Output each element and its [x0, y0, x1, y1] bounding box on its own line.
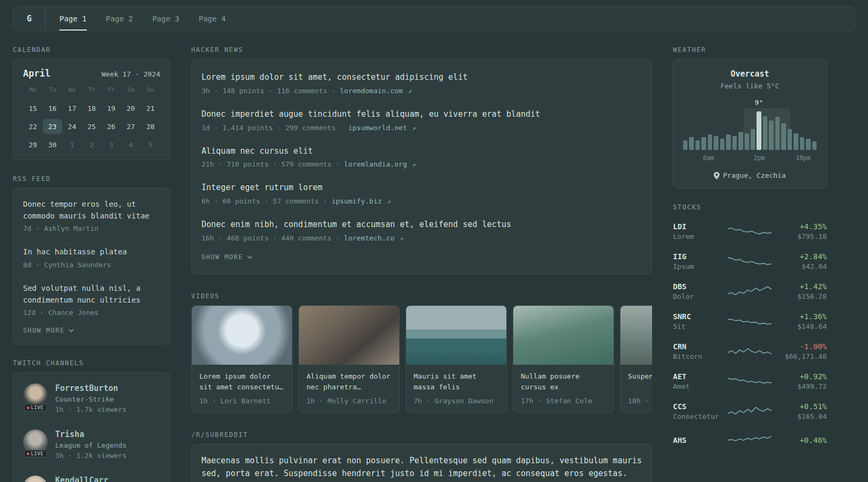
hn-show-more-button[interactable]: SHOW MORE — [201, 249, 252, 268]
weather-bars — [683, 111, 817, 150]
show-more-label: SHOW MORE — [201, 253, 243, 261]
stock-row[interactable]: AHS +0.46% — [673, 426, 827, 454]
external-link-icon: ↗ — [412, 124, 416, 132]
video-card[interactable]: Lorem ipsum dolor sit amet consectetu… 1… — [191, 305, 293, 413]
channel-name[interactable]: Trisha — [55, 430, 126, 439]
stock-row[interactable]: LDI Lorem +4.35% $795.18 — [673, 216, 827, 246]
stock-price: $156.28 — [775, 292, 827, 300]
hn-item-title[interactable]: Donec enim nibh, condimentum et accumsan… — [201, 219, 642, 231]
hn-item-domain-link[interactable]: ipsumworld.net — [348, 124, 407, 132]
stock-symbol: CCS — [673, 402, 724, 411]
rss-show-more-button[interactable]: SHOW MORE — [23, 323, 74, 341]
calendar-weekday-header: Mo Tu We Th Fr Sa Su — [23, 86, 160, 93]
hn-item-title[interactable]: Aliquam nec cursus elit — [201, 146, 642, 157]
calendar-date: 22 — [23, 119, 43, 134]
stock-row[interactable]: IIG Ipsum +2.84% $42.04 — [673, 246, 827, 276]
weather-widget: WEATHER Overcast Feels like 5°C 9° 6am 2… — [673, 46, 827, 189]
channel-meta: 1h · 1.7k viewers — [55, 405, 126, 413]
video-thumbnail[interactable] — [192, 306, 292, 365]
stock-price: $165.84 — [775, 412, 827, 420]
video-meta: 17h · Stefan Cole — [521, 397, 606, 405]
stock-row[interactable]: DBS Dolor +1.42% $156.28 — [673, 276, 827, 306]
calendar-date: 30 — [43, 137, 63, 152]
hn-item-domain-link[interactable]: loremdomain.com — [340, 87, 402, 95]
weather-condition: Overcast — [683, 69, 817, 79]
videos-row: Lorem ipsum dolor sit amet consectetu… 1… — [191, 305, 652, 413]
hn-item-title[interactable]: Integer eget rutrum lorem — [201, 182, 642, 194]
stock-sparkline — [728, 343, 772, 359]
calendar-month: April — [23, 68, 50, 79]
video-thumbnail[interactable] — [406, 306, 506, 365]
video-card[interactable]: Suspendis diam 18h · Tara — [620, 305, 652, 413]
current-temp-label: 9° — [755, 99, 764, 107]
rss-item-title[interactable]: Donec tempor eros leo, ut commodo mauris… — [23, 199, 160, 222]
stock-symbol: CRN — [673, 342, 724, 351]
hn-item-meta: 3h · 148 points · 116 comments · — [201, 87, 340, 95]
video-title[interactable]: Nullam posuere cursus ex — [521, 371, 606, 393]
top-nav-bar: G Page 1 Page 2 Page 3 Page 4 — [13, 6, 855, 31]
stock-change: +1.42% — [775, 282, 827, 291]
stock-symbol: DBS — [673, 282, 724, 291]
video-title[interactable]: Mauris sit amet massa felis — [414, 371, 499, 393]
video-thumbnail[interactable] — [299, 306, 399, 365]
tab-page-4[interactable]: Page 4 — [199, 7, 226, 31]
stock-row[interactable]: CCS Consectetur +0.51% $165.84 — [673, 396, 827, 426]
video-title[interactable]: Aliquam tempor dolor nec pharetra… — [306, 371, 392, 393]
external-link-icon: ↗ — [412, 161, 416, 168]
tab-page-2[interactable]: Page 2 — [106, 7, 133, 31]
app-logo[interactable]: G — [13, 7, 46, 31]
hacker-news-widget-title: HACKER NEWS — [191, 46, 652, 54]
time-label: 2pm — [754, 154, 765, 162]
calendar-dates-grid: 15 16 17 18 19 20 21 22 23 24 25 26 27 2… — [23, 101, 160, 152]
twitch-channel-row[interactable]: LIVE Trisha League of Legends 3h · 1.2k … — [23, 422, 160, 468]
hn-item: Donec enim nibh, condimentum et accumsan… — [201, 212, 642, 249]
tab-page-3[interactable]: Page 3 — [152, 7, 179, 31]
stock-symbol: SNRC — [673, 312, 724, 321]
video-card[interactable]: Nullam posuere cursus ex 17h · Stefan Co… — [513, 305, 614, 413]
hn-item-domain-link[interactable]: loremlandia.org — [344, 160, 407, 168]
stock-sparkline — [728, 403, 772, 419]
rss-item: Donec tempor eros leo, ut commodo mauris… — [23, 192, 160, 239]
calendar-date: 24 — [62, 119, 82, 134]
live-badge: LIVE — [24, 404, 47, 411]
stock-name: Sit — [673, 322, 724, 330]
stock-row[interactable]: AET Amet +0.92% $499.72 — [673, 366, 827, 396]
rss-item-title[interactable]: Sed volutpat nulla nisl, a condimentum n… — [23, 283, 160, 306]
stock-price: $42.04 — [775, 262, 827, 270]
channel-name[interactable]: ForrestBurton — [55, 383, 126, 393]
reddit-post-text[interactable]: Maecenas mollis pulvinar erat non posuer… — [201, 454, 642, 480]
video-card[interactable]: Aliquam tempor dolor nec pharetra… 1h · … — [298, 305, 400, 413]
video-title[interactable]: Suspendis diam — [628, 371, 652, 393]
stock-price: $795.18 — [775, 232, 827, 240]
calendar-date: 5 — [140, 137, 160, 152]
stock-price: $66,171.48 — [775, 352, 827, 360]
calendar-date: 16 — [43, 101, 63, 116]
video-thumbnail[interactable] — [513, 306, 613, 365]
tab-page-1[interactable]: Page 1 — [59, 7, 87, 31]
channel-name[interactable]: KendallCarr — [55, 476, 108, 482]
channel-avatar — [23, 476, 48, 482]
stock-name: Lorem — [673, 232, 724, 240]
video-card[interactable]: Mauris sit amet massa felis 7h · Grayson… — [406, 305, 507, 413]
calendar-date: 20 — [121, 101, 141, 116]
stocks-list: LDI Lorem +4.35% $795.18 IIG Ipsum — [673, 216, 827, 454]
twitch-channel-row[interactable]: LIVE ForrestBurton Counter-Strike 1h · 1… — [23, 376, 160, 422]
rss-item-meta: 12d · Chance Jones — [23, 308, 160, 317]
video-meta: 18h · Tara — [628, 397, 652, 405]
video-title[interactable]: Lorem ipsum dolor sit amet consectetu… — [199, 371, 285, 393]
twitch-channel-row[interactable]: KendallCarr — [23, 468, 160, 482]
hn-item-meta: 16h · 468 points · 440 comments · — [201, 234, 344, 242]
rss-item-title[interactable]: In hac habitasse platea — [23, 246, 160, 258]
video-thumbnail[interactable] — [620, 306, 652, 365]
stock-price: $499.72 — [775, 382, 827, 390]
hn-item-domain-link[interactable]: ipsumify.biz — [332, 197, 382, 205]
stock-row[interactable]: SNRC Sit +1.36% $148.64 — [673, 306, 827, 336]
hacker-news-widget: HACKER NEWS Lorem ipsum dolor sit amet, … — [191, 46, 652, 274]
external-link-icon: ↗ — [408, 87, 412, 95]
hn-item-title[interactable]: Donec imperdiet augue tincidunt felis al… — [201, 109, 642, 120]
weekday-label: Fr — [101, 86, 121, 93]
stock-row[interactable]: CRN Bitcorn -1.00% $66,171.48 — [673, 336, 827, 366]
calendar-date: 25 — [82, 119, 102, 134]
hn-item-title[interactable]: Lorem ipsum dolor sit amet, consectetur … — [201, 72, 642, 84]
hn-item-domain-link[interactable]: loremtech.co — [344, 234, 394, 242]
